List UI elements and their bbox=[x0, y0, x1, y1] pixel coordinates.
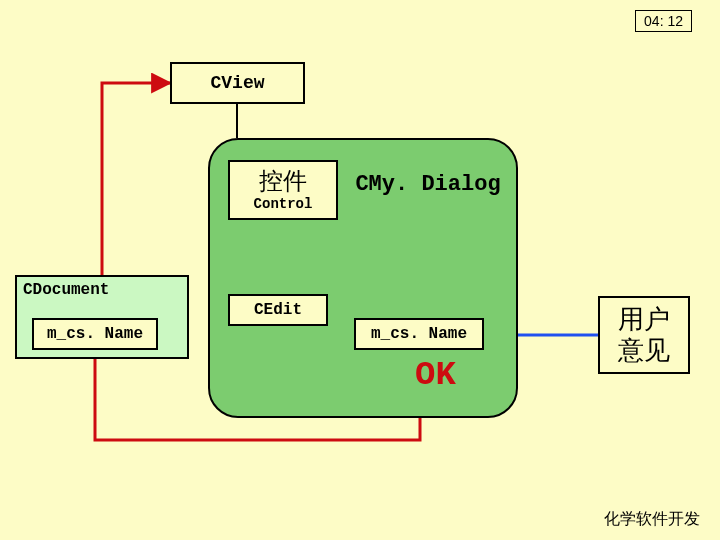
node-user-opinion: 用户 意见 bbox=[598, 296, 690, 374]
node-cmydialog: CMy. Dialog bbox=[348, 164, 508, 204]
cmydialog-label: CMy. Dialog bbox=[355, 172, 500, 197]
node-cview: CView bbox=[170, 62, 305, 104]
timestamp: 04: 12 bbox=[635, 10, 692, 32]
mcsname-right-label: m_cs. Name bbox=[371, 325, 467, 343]
footer-text: 化学软件开发 bbox=[604, 509, 700, 530]
control-label-cn: 控件 bbox=[259, 168, 307, 196]
node-mcsname-right: m_cs. Name bbox=[354, 318, 484, 350]
user-opinion-l2: 意见 bbox=[618, 335, 670, 366]
node-cedit: CEdit bbox=[228, 294, 328, 326]
ok-label: OK bbox=[415, 356, 456, 394]
node-control: 控件 Control bbox=[228, 160, 338, 220]
mcsname-left-label: m_cs. Name bbox=[47, 325, 143, 343]
cedit-label: CEdit bbox=[254, 301, 302, 319]
cview-label: CView bbox=[210, 73, 264, 93]
control-label-en: Control bbox=[254, 196, 313, 212]
node-mcsname-left: m_cs. Name bbox=[32, 318, 158, 350]
user-opinion-l1: 用户 bbox=[618, 304, 670, 335]
cdocument-label: CDocument bbox=[23, 281, 109, 299]
